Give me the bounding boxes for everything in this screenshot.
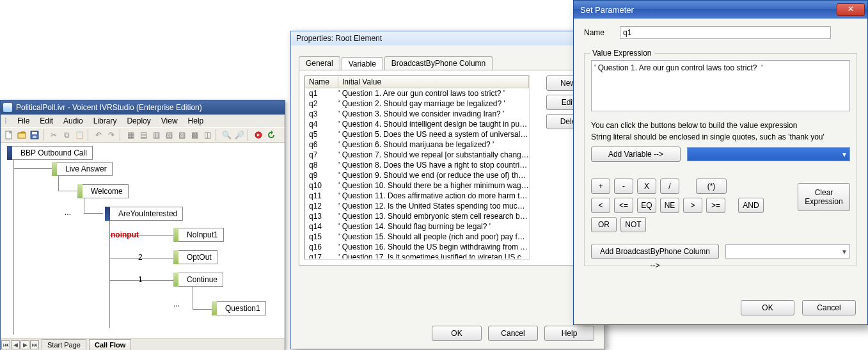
clear-expression-button[interactable]: Clear Expression — [798, 183, 850, 211]
deploy-icon[interactable] — [253, 129, 264, 141]
col-name[interactable]: Name — [305, 76, 338, 88]
variable-combo[interactable]: ▼ — [687, 147, 850, 161]
variable-list[interactable]: Name Initial Value q1' Question 1. Are o… — [304, 76, 530, 260]
op-lt[interactable]: < — [591, 198, 610, 213]
grid6-icon[interactable]: ▩ — [189, 129, 200, 141]
nav-first-icon[interactable]: ⏮ — [1, 340, 10, 349]
ivr-titlebar[interactable]: PoliticalPoll.ivr - Voicent IVRStudio (E… — [1, 100, 285, 115]
properties-titlebar[interactable]: Properties: Root Element — [291, 31, 604, 45]
op-ne[interactable]: NE — [660, 198, 679, 213]
grid5-icon[interactable]: ▨ — [176, 129, 187, 141]
grid2-icon[interactable]: ▤ — [138, 129, 149, 141]
grid3-icon[interactable]: ▥ — [150, 129, 162, 141]
add-broadcast-column-button[interactable]: Add BroadcastByPhone Column --> — [591, 244, 719, 259]
op-or[interactable]: OR — [591, 217, 617, 232]
table-row[interactable]: q9' Question 9. Should we end (or reduce… — [305, 170, 529, 180]
name-label: Name — [584, 28, 604, 37]
save-icon[interactable] — [29, 129, 40, 141]
redo-icon[interactable]: ↷ — [106, 129, 117, 141]
table-row[interactable]: q10' Question 10. Should there be a high… — [305, 180, 529, 191]
table-row[interactable]: q4' Question 4. Should intelligent desig… — [305, 119, 529, 129]
cut-icon[interactable]: ✂ — [48, 129, 59, 141]
op-lte[interactable]: <= — [614, 198, 633, 213]
grid4-icon[interactable]: ▧ — [163, 129, 175, 141]
table-row[interactable]: q13' Question 13. Should embryonic stem … — [305, 211, 529, 221]
tab-variable[interactable]: Variable — [342, 57, 383, 70]
op-paren[interactable]: (*) — [696, 179, 727, 194]
menu-view[interactable]: View — [161, 116, 178, 125]
undo-icon[interactable]: ↶ — [93, 129, 104, 141]
cancel-button[interactable]: Cancel — [802, 300, 856, 315]
menu-help[interactable]: Help — [188, 116, 204, 125]
node-welcome[interactable]: Welcome — [77, 184, 129, 198]
set-parameter-dialog: Set Parameter ✕ Name Value Expression Yo… — [573, 0, 868, 325]
nav-next-icon[interactable]: ▶ — [20, 340, 29, 349]
name-input[interactable] — [620, 26, 831, 39]
table-row[interactable]: q12' Question 12. Is the United States s… — [305, 201, 529, 211]
node-live-answer[interactable]: Live Answer — [52, 162, 113, 176]
table-row[interactable]: q15' Question 15. Should all people (ric… — [305, 232, 529, 242]
paste-icon[interactable]: 📋 — [74, 129, 85, 141]
op-minus[interactable]: - — [614, 179, 633, 194]
set-parameter-titlebar[interactable]: Set Parameter ✕ — [574, 1, 867, 19]
op-mult[interactable]: X — [637, 179, 656, 194]
table-row[interactable]: q16' Question 16. Should the US begin wi… — [305, 242, 529, 252]
op-not[interactable]: NOT — [620, 217, 646, 232]
zoom2-icon[interactable]: 🔎 — [233, 129, 245, 141]
copy-icon[interactable]: ⧉ — [61, 129, 72, 141]
table-row[interactable]: q14' Question 14. Should flag burning be… — [305, 221, 529, 232]
menu-edit[interactable]: Edit — [40, 116, 53, 125]
node-continue[interactable]: Continue — [173, 273, 223, 287]
table-row[interactable]: q5' Question 5. Does the US need a syste… — [305, 129, 529, 139]
close-icon[interactable]: ✕ — [837, 3, 865, 16]
tab-broadcast-column[interactable]: BroadcastByPhone Column — [384, 56, 493, 70]
table-row[interactable]: q1' Question 1. Are our gun control laws… — [305, 88, 529, 99]
table-row[interactable]: q8' Question 8. Does the US have a right… — [305, 160, 529, 170]
add-variable-button[interactable]: Add Variable --> — [591, 147, 681, 162]
op-gt[interactable]: > — [683, 198, 702, 213]
table-row[interactable]: q11' Question 11. Does affirmative actio… — [305, 191, 529, 201]
node-optout[interactable]: OptOut — [173, 250, 217, 264]
col-initial-value[interactable]: Initial Value — [338, 76, 529, 88]
nav-last-icon[interactable]: ⏭ — [30, 340, 39, 349]
table-row[interactable]: q6' Question 6. Should marijuana be lega… — [305, 139, 529, 150]
menu-file[interactable]: File — [17, 116, 29, 125]
node-are-you-interested[interactable]: AreYouInterested — [105, 207, 183, 221]
row-name: q14 — [305, 221, 338, 232]
refresh-icon[interactable] — [265, 129, 277, 141]
nav-prev-icon[interactable]: ◀ — [11, 340, 20, 349]
node-question1[interactable]: Question1 — [212, 301, 266, 315]
help-button[interactable]: Help — [544, 326, 594, 341]
op-plus[interactable]: + — [591, 179, 610, 194]
op-gte[interactable]: >= — [706, 198, 725, 213]
cancel-button[interactable]: Cancel — [488, 326, 538, 341]
new-file-icon[interactable] — [3, 129, 15, 141]
grid-icon[interactable]: ▦ — [125, 129, 136, 141]
op-div[interactable]: / — [660, 179, 679, 194]
op-eq[interactable]: EQ — [637, 198, 656, 213]
callflow-canvas[interactable]: BBP Outbound Call Live Answer Welcome ..… — [1, 143, 285, 338]
tab-start-page[interactable]: Start Page — [42, 339, 86, 351]
open-folder-icon[interactable] — [16, 129, 28, 141]
menu-library[interactable]: Library — [93, 116, 117, 125]
row-name: q12 — [305, 201, 338, 211]
tab-call-flow[interactable]: Call Flow — [89, 339, 131, 351]
table-row[interactable]: q17' Question 17. Is it sometimes justif… — [305, 252, 529, 259]
ok-button[interactable]: OK — [432, 326, 482, 341]
tab-general[interactable]: General — [299, 56, 340, 70]
menu-grip[interactable]: ⁞ — [4, 116, 7, 125]
node-bbp-outbound-call[interactable]: BBP Outbound Call — [7, 146, 93, 160]
ok-button[interactable]: OK — [741, 300, 794, 315]
table-row[interactable]: q3' Question 3. Should we consider invad… — [305, 109, 529, 119]
zoom-icon[interactable]: 🔍 — [221, 129, 232, 141]
table-row[interactable]: q2' Question 2. Should gay marriage be l… — [305, 99, 529, 109]
broadcast-column-combo[interactable]: ▼ — [725, 244, 850, 259]
row-name: q10 — [305, 180, 338, 191]
op-and[interactable]: AND — [738, 198, 764, 213]
table-row[interactable]: q7' Question 7. Should we repeal [or sub… — [305, 150, 529, 160]
grid7-icon[interactable]: ◫ — [201, 129, 213, 141]
menu-deploy[interactable]: Deploy — [127, 116, 150, 125]
expression-textarea[interactable] — [591, 60, 850, 111]
node-noinput1[interactable]: NoInput1 — [173, 228, 224, 242]
menu-audio[interactable]: Audio — [63, 116, 83, 125]
